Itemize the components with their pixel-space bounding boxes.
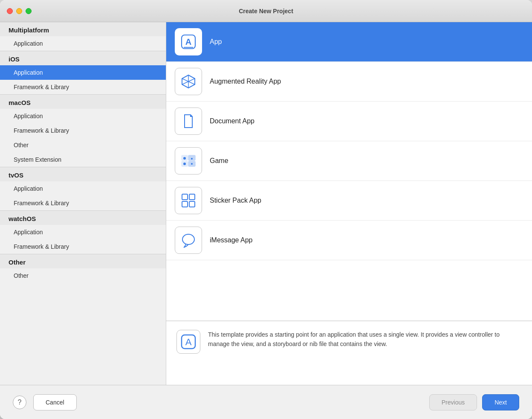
sidebar-header-other: Other — [0, 254, 166, 268]
svg-rect-15 — [182, 194, 188, 200]
svg-text:A: A — [185, 37, 191, 47]
title-bar: Create New Project — [0, 0, 532, 22]
template-icon-sticker-pack — [175, 187, 202, 214]
template-icon-app: A — [175, 28, 202, 55]
template-name-sticker-pack: Sticker Pack App — [210, 197, 261, 204]
template-item-sticker-pack[interactable]: Sticker Pack App — [166, 181, 532, 221]
footer-right: Previous Next — [429, 394, 519, 410]
window-title: Create New Project — [239, 8, 293, 15]
sidebar-item-macos-other[interactable]: Other — [0, 138, 166, 152]
help-button[interactable]: ? — [13, 396, 26, 409]
template-icon-document-app — [175, 108, 202, 135]
sidebar-item-macos-framework[interactable]: Framework & Library — [0, 123, 166, 138]
next-button[interactable]: Next — [482, 394, 519, 410]
template-item-app[interactable]: A App — [166, 22, 532, 62]
footer: ? Cancel Previous Next — [0, 385, 532, 419]
footer-left: ? Cancel — [13, 394, 429, 410]
sidebar-header-macos: macOS — [0, 94, 166, 109]
sidebar-item-tvos-framework[interactable]: Framework & Library — [0, 196, 166, 210]
minimize-button[interactable] — [16, 8, 22, 14]
svg-rect-18 — [189, 201, 195, 207]
svg-rect-16 — [189, 194, 195, 200]
template-name-imessage: iMessage App — [210, 236, 253, 244]
sidebar-item-macos-application[interactable]: Application — [0, 109, 166, 123]
previous-button[interactable]: Previous — [429, 394, 477, 410]
sidebar-header-tvos: tvOS — [0, 167, 166, 181]
template-item-document-app[interactable]: Document App — [166, 102, 532, 141]
svg-point-11 — [183, 157, 186, 160]
window: Create New Project MultiplatformApplicat… — [0, 0, 532, 419]
svg-point-19 — [182, 234, 194, 244]
description-icon: A — [176, 330, 200, 354]
template-name-game: Game — [210, 157, 228, 165]
cancel-button[interactable]: Cancel — [33, 394, 77, 410]
sidebar: MultiplatformApplicationiOSApplicationFr… — [0, 22, 166, 385]
svg-point-14 — [183, 163, 186, 165]
template-item-imessage[interactable]: iMessage App — [166, 221, 532, 260]
template-item-game[interactable]: Game — [166, 141, 532, 181]
sidebar-item-tvos-application[interactable]: Application — [0, 181, 166, 196]
description-area: A This template provides a starting poin… — [166, 321, 532, 385]
sidebar-item-macos-sysext[interactable]: System Extension — [0, 152, 166, 167]
svg-rect-17 — [182, 201, 188, 207]
maximize-button[interactable] — [26, 8, 32, 14]
svg-text:A: A — [185, 337, 192, 347]
sidebar-item-ios-application[interactable]: Application — [0, 65, 166, 80]
template-name-ar-app: Augmented Reality App — [210, 78, 281, 85]
close-button[interactable] — [7, 8, 13, 14]
template-icon-game — [175, 147, 202, 175]
description-text: This template provides a starting point … — [208, 330, 522, 349]
template-icon-ar-app — [175, 68, 202, 95]
template-list: A App Augmented Reality App Document App — [166, 22, 532, 321]
sidebar-item-mp-application[interactable]: Application — [0, 36, 166, 51]
template-icon-imessage — [175, 227, 202, 254]
sidebar-item-ios-framework[interactable]: Framework & Library — [0, 80, 166, 94]
traffic-lights — [7, 8, 32, 14]
template-item-ar-app[interactable]: Augmented Reality App — [166, 62, 532, 102]
sidebar-item-other-other[interactable]: Other — [0, 268, 166, 283]
content-area: MultiplatformApplicationiOSApplicationFr… — [0, 22, 532, 385]
sidebar-header-watchos: watchOS — [0, 210, 166, 225]
template-name-document-app: Document App — [210, 117, 254, 125]
sidebar-item-watchos-framework[interactable]: Framework & Library — [0, 239, 166, 254]
sidebar-item-watchos-application[interactable]: Application — [0, 225, 166, 239]
svg-point-13 — [191, 163, 193, 165]
main-panel: A App Augmented Reality App Document App — [166, 22, 532, 385]
sidebar-header-multiplatform: Multiplatform — [0, 22, 166, 36]
sidebar-header-ios: iOS — [0, 51, 166, 65]
svg-point-12 — [191, 158, 193, 160]
template-name-app: App — [210, 38, 222, 46]
